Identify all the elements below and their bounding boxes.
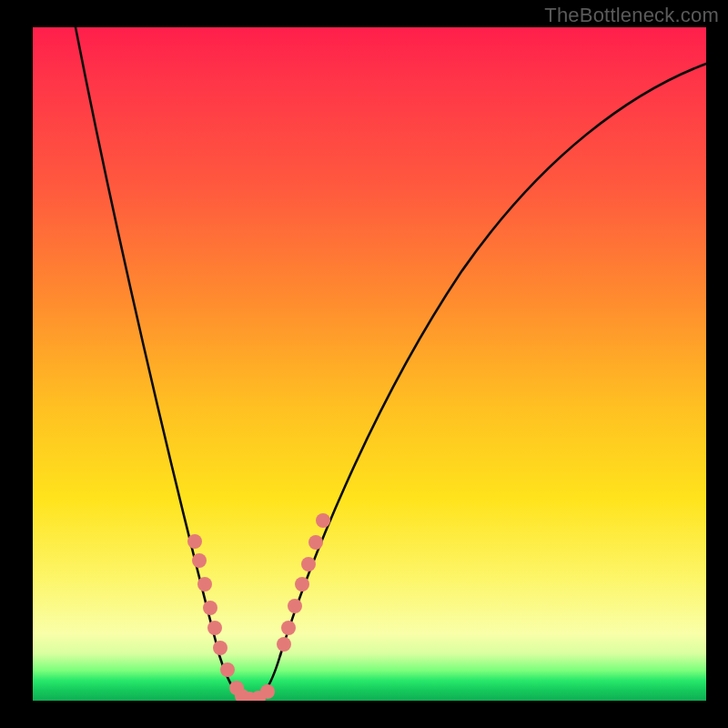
left-curve (76, 27, 280, 699)
marker-dots (187, 513, 330, 701)
marker-dot (281, 621, 296, 635)
marker-dot (316, 513, 330, 528)
marker-dot (187, 534, 202, 549)
plot-area (33, 27, 706, 701)
marker-dot (197, 577, 212, 592)
marker-dot (207, 621, 222, 635)
right-curve (280, 64, 706, 655)
marker-dot (308, 535, 323, 550)
marker-dot (288, 599, 302, 613)
marker-dot (192, 553, 207, 568)
chart-frame: TheBottleneck.com (0, 0, 728, 728)
marker-dot (220, 662, 235, 677)
marker-dot (260, 684, 275, 699)
marker-dot (295, 577, 309, 592)
marker-dot (213, 641, 228, 655)
marker-dot (277, 637, 291, 652)
watermark-text: TheBottleneck.com (544, 4, 719, 27)
curve-layer (33, 27, 706, 701)
marker-dot (301, 557, 316, 571)
marker-dot (203, 601, 217, 615)
